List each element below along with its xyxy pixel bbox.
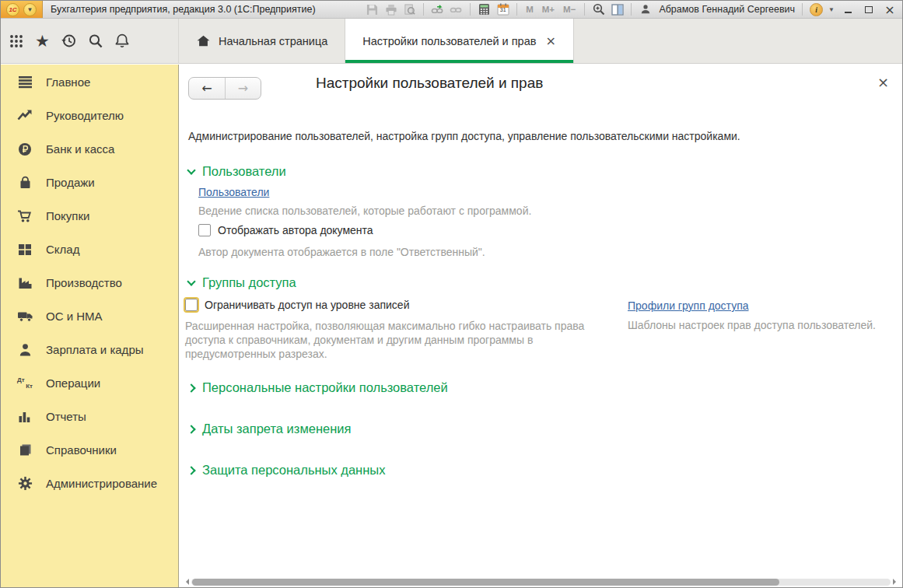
1c-logo-icon[interactable]: 1С [6,3,19,16]
tab-bar: ★ Начальная страница Настройки пользоват… [1,19,902,64]
toolbar-separator [631,3,632,16]
section-users[interactable]: Пользователи [188,164,286,179]
dtkt-icon: ДтКт [16,376,33,391]
calendar-day-label: 31 [496,7,509,12]
sidebar-item-label: Продажи [46,176,95,189]
minimize-button[interactable] [840,4,856,16]
sidebar-item-label: Главное [46,75,90,89]
form-close-icon[interactable]: × [877,74,889,90]
access-group-profiles-link[interactable]: Профили групп доступа [628,299,749,312]
memory-button-m[interactable]: M [524,5,535,14]
ruble-icon [16,142,33,157]
scrollbar-track[interactable] [191,579,891,586]
sidebar-item-bank-cash[interactable]: Банк и касса [1,132,178,166]
sidebar-item-operations[interactable]: ДтКт Операции [1,366,178,400]
horizontal-scrollbar [186,578,896,586]
person-icon [16,342,33,358]
trend-icon [16,108,33,124]
show-document-author-checkbox[interactable] [198,224,211,236]
zoom-icon[interactable] [592,3,605,16]
sidebar-item-label: Отчеты [46,410,86,423]
forward-button[interactable]: → [225,78,261,99]
section-personal-data-protection[interactable]: Защита персональных данных [188,463,385,478]
sidebar-item-label: Склад [46,243,79,256]
sidebar-item-production[interactable]: Производство [1,266,178,299]
sidebar-item-label: Банк и касса [46,142,114,156]
chevron-right-icon [187,425,195,433]
sidebar-item-label: Покупки [46,209,89,222]
toolbar-separator [423,3,424,16]
memory-button-m-minus[interactable]: M− [562,5,577,14]
sidebar-item-label: ОС и НМА [46,310,103,323]
current-user-name[interactable]: Абрамов Геннадий Сергеевич [659,4,795,15]
tab-active-label: Настройки пользователей и прав [362,35,536,47]
section-sidebar: Главное Руководителю Банк и касса Продаж… [1,65,179,587]
close-button[interactable]: × [882,2,898,17]
section-access-groups-title: Группы доступа [202,275,296,290]
apps-grid-icon[interactable] [8,33,24,49]
users-link-hint: Ведение списка пользователей, которые ра… [198,205,531,217]
search-icon[interactable] [87,33,103,49]
sidebar-item-purchases[interactable]: Покупки [1,199,178,233]
sidebar-item-sales[interactable]: Продажи [1,166,178,199]
memory-button-m-plus[interactable]: M+ [541,5,556,14]
split-window-icon[interactable] [611,3,624,16]
quick-access-strip: ★ [1,19,179,63]
sidebar-item-main[interactable]: Главное [1,65,178,99]
print-icon[interactable] [384,3,397,16]
sidebar-item-reports[interactable]: Отчеты [1,400,178,433]
logo-area: 1С ▼ [1,1,43,18]
toolbar-separator [516,3,517,16]
scroll-right-arrow-icon[interactable] [893,579,896,585]
section-change-prohibition-dates[interactable]: Даты запрета изменения [188,422,351,436]
menu-icon [16,75,33,90]
chevron-right-icon [187,466,195,474]
save-icon[interactable] [366,3,379,16]
chevron-down-icon[interactable]: ▼ [828,6,835,13]
calendar-icon[interactable]: 31 [496,3,509,16]
sidebar-item-fixed-assets[interactable]: ОС и НМА [1,299,178,333]
calculator-icon[interactable] [478,3,491,16]
section-change-prohibition-dates-title: Даты запрета изменения [202,422,351,436]
sidebar-item-warehouse[interactable]: Склад [1,233,178,266]
back-button[interactable]: ← [189,78,225,99]
system-menu-button[interactable]: ▼ [23,3,37,16]
sidebar-item-administration[interactable]: Администрирование [1,467,178,500]
home-icon [196,34,211,48]
main-content: ← → Настройки пользователей и прав × Адм… [180,65,902,587]
scrollbar-thumb[interactable] [192,579,779,586]
section-access-groups[interactable]: Группы доступа [188,275,296,290]
notifications-bell-icon[interactable] [114,33,130,49]
page-title: Настройки пользователей и прав [316,75,543,92]
maximize-button[interactable] [861,4,877,16]
checkbox-label: Ограничивать доступ на уровне записей [205,299,409,311]
show-document-author-row: Отображать автора документа [198,224,373,236]
print-preview-icon[interactable] [403,3,416,16]
gear-icon [16,476,33,492]
favorites-star-icon[interactable]: ★ [34,33,51,49]
tab-user-rights-settings[interactable]: Настройки пользователей и прав × [345,19,574,63]
sidebar-item-label: Руководителю [46,109,124,122]
copy-link-icon[interactable] [450,3,463,16]
users-link[interactable]: Пользователи [198,186,269,198]
titlebar-toolbar: 31 M M+ M− Абрамов Геннадий Сергеевич i … [366,2,902,17]
goto-link-icon[interactable] [431,3,444,16]
history-icon[interactable] [61,33,77,49]
section-personal-settings-title: Персональные настройки пользователей [202,380,448,395]
sidebar-item-directories[interactable]: Справочники [1,433,178,467]
tab-close-icon[interactable]: × [545,33,555,48]
chevron-down-icon [187,277,195,285]
sidebar-item-label: Администрирование [46,477,157,490]
section-personal-settings[interactable]: Персональные настройки пользователей [188,380,448,395]
sidebar-item-manager[interactable]: Руководителю [1,99,178,132]
truck-icon [16,309,33,324]
page-description: Администрирование пользователей, настрой… [188,130,740,142]
info-button[interactable]: i [810,3,823,16]
app-window: 1С ▼ Бухгалтерия предприятия, редакция 3… [0,0,903,588]
scroll-left-arrow-icon[interactable] [186,579,189,585]
restrict-access-checkbox[interactable] [185,299,198,311]
toolbar-separator [470,3,471,16]
tab-home[interactable]: Начальная страница [179,19,345,63]
sidebar-item-salary-hr[interactable]: Зарплата и кадры [1,333,178,366]
chart-icon [16,409,33,425]
